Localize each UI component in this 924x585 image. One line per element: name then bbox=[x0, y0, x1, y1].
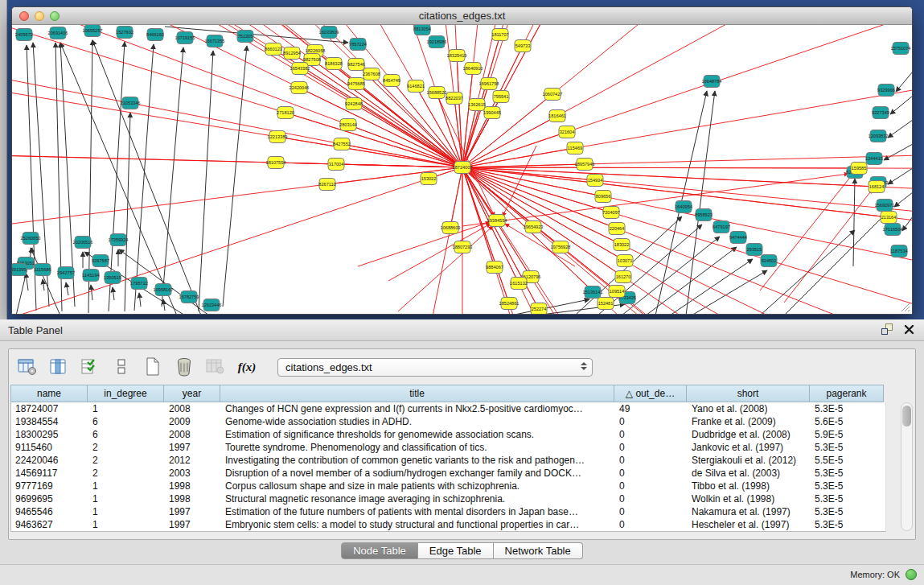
table-row[interactable]: 911546021997Tourette syndrome. Phenomeno… bbox=[11, 441, 885, 454]
graph-node[interactable]: 1244415 bbox=[865, 153, 883, 165]
table-row[interactable]: 1872400712008Changes of HCN gene express… bbox=[11, 402, 885, 415]
graph-node[interactable]: 168124 bbox=[869, 181, 885, 193]
graph-node[interactable]: 2942757 bbox=[57, 267, 75, 279]
graph-node[interactable]: 16671355 bbox=[205, 35, 225, 47]
graph-node[interactable]: 1795722 bbox=[130, 278, 148, 290]
window-resize-grip[interactable] bbox=[899, 301, 910, 312]
graph-node[interactable]: 17016504 bbox=[883, 224, 903, 236]
graph-node[interactable]: 9146821 bbox=[407, 80, 425, 93]
window-titlebar[interactable]: citations_edges.txt bbox=[12, 7, 912, 25]
delete-table-icon[interactable] bbox=[174, 357, 195, 377]
table-row[interactable]: 1456911722003Disruption of a novel membe… bbox=[11, 467, 885, 480]
graph-node[interactable]: 8454749 bbox=[383, 75, 400, 87]
graph-node[interactable]: 7857224 bbox=[349, 39, 367, 51]
column-header-title[interactable]: title bbox=[220, 385, 614, 402]
graph-node[interactable]: 19756928 bbox=[551, 241, 571, 253]
graph-node[interactable]: 1816461 bbox=[548, 110, 566, 122]
graph-node[interactable]: 159585 bbox=[851, 163, 867, 175]
graph-node[interactable]: 8267110 bbox=[318, 179, 335, 191]
graph-node[interactable]: 6479197 bbox=[713, 221, 730, 233]
graph-node[interactable]: 15688520 bbox=[427, 87, 447, 99]
graph-node[interactable]: 1350515 bbox=[104, 272, 121, 284]
graph-node[interactable]: 17359924 bbox=[109, 234, 129, 246]
graph-node[interactable]: 2405572 bbox=[15, 29, 33, 41]
graph-node[interactable]: 15692971 bbox=[875, 200, 895, 212]
table-row[interactable]: 1830029562008Estimation of significance … bbox=[11, 428, 885, 441]
graph-node[interactable]: 252274 bbox=[531, 303, 547, 315]
graph-node[interactable]: 22420046 bbox=[290, 82, 310, 94]
graph-node[interactable]: 213164 bbox=[881, 212, 897, 224]
graph-node[interactable]: 183022 bbox=[614, 239, 630, 251]
graph-node[interactable]: 1990445 bbox=[483, 107, 501, 119]
table-row[interactable]: 946554611997Estimation of the future num… bbox=[11, 505, 885, 518]
graph-node[interactable]: 16033809 bbox=[319, 27, 339, 39]
graph-node[interactable]: 18957946 bbox=[575, 159, 595, 171]
graph-node[interactable]: 10688609 bbox=[441, 222, 461, 234]
new-table-icon[interactable] bbox=[142, 357, 163, 377]
graph-node[interactable]: 12213389 bbox=[268, 131, 288, 143]
column-header-short[interactable]: short bbox=[687, 385, 810, 402]
graph-node[interactable]: 20691406 bbox=[48, 27, 68, 39]
graph-node[interactable]: 8822037 bbox=[446, 93, 463, 105]
tab-node-table[interactable]: Node Table bbox=[341, 542, 418, 559]
tab-network-table[interactable]: Network Table bbox=[494, 542, 583, 559]
graph-node[interactable]: 8958923 bbox=[695, 209, 713, 221]
graph-node[interactable]: 8186328 bbox=[325, 58, 343, 70]
network-canvas[interactable]: 2405572206914061065525715276028466160107… bbox=[12, 25, 912, 314]
graph-node[interactable]: 115469 bbox=[567, 142, 583, 154]
table-scrollbar[interactable] bbox=[901, 402, 913, 531]
graph-node[interactable]: 25260650 bbox=[21, 233, 41, 245]
graph-node[interactable]: 317004 bbox=[328, 159, 344, 171]
graph-node[interactable]: 16782759 bbox=[179, 291, 199, 303]
table-row[interactable]: 946362711997Embryonic stem cells: a mode… bbox=[11, 518, 885, 531]
graph-node[interactable]: 16543382 bbox=[290, 63, 310, 75]
graph-node[interactable]: 9827546 bbox=[347, 59, 365, 71]
graph-node[interactable]: 8912954 bbox=[283, 47, 301, 60]
table-row[interactable]: 1938455462009Genome-wide association stu… bbox=[11, 415, 885, 428]
graph-node[interactable]: 10655257 bbox=[83, 25, 103, 37]
graph-node[interactable]: 1362615 bbox=[468, 99, 486, 111]
column-header-year[interactable]: year bbox=[164, 385, 220, 402]
graph-node[interactable]: 18640910 bbox=[463, 63, 483, 75]
graph-node[interactable]: 321604 bbox=[559, 126, 575, 138]
graph-node[interactable]: 12093832 bbox=[869, 130, 889, 142]
graph-node[interactable]: 9297587 bbox=[92, 255, 109, 267]
import-table-icon[interactable] bbox=[205, 357, 226, 377]
network-view-window[interactable]: citations_edges.txt 24055722069140610655… bbox=[11, 6, 913, 315]
graph-node[interactable]: 154934 bbox=[587, 175, 603, 187]
memory-status-icon[interactable] bbox=[906, 569, 917, 580]
column-header-out_de[interactable]: △ out_de… bbox=[614, 385, 687, 402]
graph-node[interactable]: 152481 bbox=[598, 298, 614, 310]
table-row[interactable]: 969969511998Structural magnetic resonanc… bbox=[11, 492, 885, 505]
graph-node[interactable]: 549733 bbox=[515, 40, 531, 52]
graph-node[interactable]: 161270 bbox=[615, 271, 631, 283]
graph-node[interactable]: 19384554 bbox=[487, 215, 507, 227]
graph-node[interactable]: 809656 bbox=[595, 191, 611, 203]
function-builder-icon[interactable]: f(x) bbox=[236, 357, 257, 377]
graph-node[interactable]: 2718120 bbox=[277, 107, 294, 119]
graph-node[interactable]: 10958167 bbox=[154, 284, 174, 296]
graph-node[interactable]: 18325419 bbox=[447, 50, 467, 62]
graph-node[interactable]: 1640954 bbox=[675, 201, 692, 213]
graph-node[interactable]: 109514 bbox=[609, 286, 625, 298]
graph-node[interactable]: 18724007 bbox=[453, 162, 473, 174]
graph-node[interactable]: 8427552 bbox=[333, 138, 351, 150]
graph-node[interactable]: 10719155 bbox=[175, 32, 195, 44]
graph-node[interactable]: 12923446 bbox=[202, 299, 222, 311]
graph-node[interactable]: 8466160 bbox=[146, 29, 164, 41]
graph-node[interactable]: 1187534 bbox=[890, 245, 907, 257]
row-height-icon[interactable] bbox=[111, 357, 132, 377]
graph-node[interactable]: 15136141 bbox=[583, 286, 603, 299]
float-panel-icon[interactable] bbox=[881, 323, 893, 335]
graph-node[interactable]: 9242848 bbox=[345, 98, 363, 110]
graph-node[interactable]: 18524861 bbox=[499, 298, 519, 310]
graph-node[interactable]: 9329966 bbox=[877, 84, 895, 97]
graph-node[interactable]: 10607427 bbox=[543, 89, 563, 101]
graph-node[interactable]: 924502 bbox=[761, 255, 777, 267]
close-panel-icon[interactable] bbox=[904, 324, 914, 335]
graph-node[interactable]: 391395 bbox=[12, 264, 27, 276]
graph-node[interactable]: 103071 bbox=[617, 255, 633, 267]
graph-node[interactable]: 220464 bbox=[609, 223, 625, 235]
graph-node[interactable]: 7204097 bbox=[602, 207, 620, 219]
table-row[interactable]: 2242004622012Investigating the contribut… bbox=[11, 454, 885, 467]
